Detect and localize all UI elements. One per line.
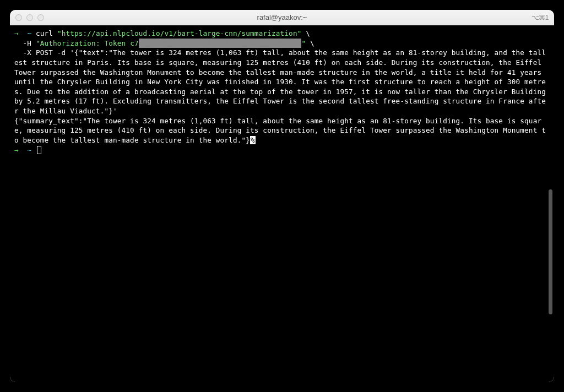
command-line-2: -H "Authorization: Token c7XXXXXXXXXXXXX… — [14, 39, 550, 48]
flag-text: -H — [14, 39, 36, 47]
prompt-arrow-icon: → — [14, 146, 19, 154]
prompt-path: ~ — [27, 146, 31, 154]
scrollbar[interactable] — [549, 189, 552, 314]
header-start: "Authorization: Token c7 — [36, 39, 139, 47]
traffic-lights — [15, 14, 44, 21]
url-string: "https://api.nlpcloud.io/v1/bart-large-c… — [57, 29, 302, 37]
terminal-window: rafal@yaakov:~ ⌥⌘1 → ~ curl "https://api… — [10, 10, 554, 382]
prompt-path: ~ — [27, 29, 31, 37]
prompt-line: → ~ — [14, 145, 550, 155]
continuation: \ — [301, 29, 310, 37]
response-line: {"summary_text":"The tower is 324 metres… — [14, 116, 550, 145]
response-text: {"summary_text":"The tower is 324 metres… — [14, 117, 546, 144]
command-line-3: -X POST -d '{"text":"The tower is 324 me… — [14, 48, 550, 116]
terminal-body[interactable]: → ~ curl "https://api.nlpcloud.io/v1/bar… — [10, 25, 554, 382]
command-text: curl — [36, 29, 57, 37]
window-shortcut: ⌥⌘1 — [532, 14, 549, 21]
window-title: rafal@yaakov:~ — [257, 13, 307, 21]
eol-percent-icon: % — [250, 136, 256, 144]
redacted-token: XXXXXXXXXXXXXXXXXXXXXXXXXXXXXXXXXXXXXX — [139, 39, 302, 48]
maximize-button[interactable] — [37, 14, 44, 21]
titlebar[interactable]: rafal@yaakov:~ ⌥⌘1 — [10, 10, 554, 25]
close-button[interactable] — [15, 14, 22, 21]
prompt-arrow-icon: → — [14, 29, 19, 37]
continuation: \ — [306, 39, 314, 47]
command-line-1: → ~ curl "https://api.nlpcloud.io/v1/bar… — [14, 29, 550, 39]
minimize-button[interactable] — [26, 14, 33, 21]
cursor-icon — [37, 146, 41, 154]
